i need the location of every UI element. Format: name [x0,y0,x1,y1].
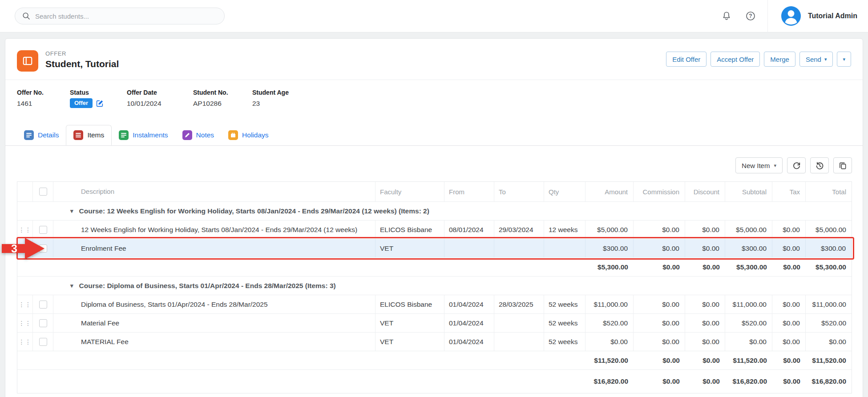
grand-total-row: $16,820.00$0.00$0.00$16,820.00$0.00$16,8… [17,370,852,393]
checkbox-cell [33,333,53,351]
drag-column-header [17,182,33,201]
student-no-link[interactable]: AP10286 [193,100,252,108]
history-button[interactable] [810,157,829,173]
drag-handle-icon[interactable]: ⋮⋮ [19,320,32,326]
collapse-caret-icon[interactable]: ▾ [70,282,73,289]
tab-notes[interactable]: Notes [175,125,222,145]
info-student-age-value: 23 [252,100,289,108]
accept-offer-button[interactable]: Accept Offer [711,52,760,67]
drag-handle-icon[interactable]: ⋮⋮ [19,245,32,252]
history-icon [816,161,824,170]
drag-cell: ⋮⋮ [17,239,33,257]
tab-items[interactable]: Items [66,125,112,145]
send-button[interactable]: Send▾ [799,52,833,67]
group-title: Course: Diploma of Business, Starts 01/A… [79,282,336,290]
group-title: Course: 12 Weeks English for Working Hol… [79,207,429,215]
checkbox-cell [33,314,53,332]
topbar: ? Tutorial Admin [0,0,868,32]
edit-status-icon[interactable] [96,100,104,107]
commission-cell: $0.00 [634,221,685,239]
to-cell [494,314,544,332]
row-checkbox[interactable] [39,245,47,253]
group-tax-total: $0.00 [772,351,806,369]
page-title: Student, Tutorial [45,59,119,69]
duplicate-button[interactable] [833,157,852,173]
status-badge: Offer [70,98,93,108]
drag-handle-icon[interactable]: ⋮⋮ [19,339,32,345]
to-cell [494,333,544,351]
group-title-cell: ▾Course: 12 Weeks English for Working Ho… [53,202,852,220]
description-cell: Diploma of Business, Starts 01/Apr/2024 … [53,295,375,313]
grand-commission-total: $0.00 [634,370,685,393]
grand-subtotal-total: $16,820.00 [725,370,772,393]
column-header-total: Total [806,182,852,201]
row-checkbox[interactable] [39,301,47,309]
commission-cell: $0.00 [634,314,685,332]
checkbox-cell [33,221,53,239]
drag-handle-icon[interactable]: ⋮⋮ [19,227,32,233]
column-header-discount: Discount [685,182,725,201]
svg-text:3: 3 [11,242,17,254]
tab-label: Notes [196,131,214,139]
row-checkbox[interactable] [39,338,47,346]
row-checkbox[interactable] [39,226,47,234]
edit-offer-button[interactable]: Edit Offer [666,52,707,67]
from-cell: 01/04/2024 [444,295,494,313]
group-amount-total: $11,520.00 [585,351,634,369]
to-cell: 29/03/2024 [494,221,544,239]
tab-label: Items [87,131,104,139]
more-actions-button[interactable]: ▾ [837,52,851,67]
commission-cell: $0.00 [634,239,685,257]
group-total-total: $5,300.00 [806,258,852,276]
group-header-row: ▾Course: 12 Weeks English for Working Ho… [17,202,852,221]
search-input-wrap[interactable] [15,8,225,24]
row-checkbox[interactable] [39,319,47,327]
drag-handle-icon[interactable]: ⋮⋮ [19,301,32,308]
faculty-cell: ELICOS Bisbane [375,295,444,313]
user-name: Tutorial Admin [808,12,857,20]
tab-instalments[interactable]: Instalments [112,125,175,145]
total-cell: $11,000.00 [806,295,852,313]
column-header-from: From [444,182,494,201]
total-cell: $300.00 [806,239,852,257]
group-header-row: ▾Course: Diploma of Business, Starts 01/… [17,277,852,295]
tax-cell: $0.00 [772,295,806,313]
description-cell: MATERIAL Fee [53,333,375,351]
item-row[interactable]: ⋮⋮MATERIAL FeeVET01/04/202452 weeks$0.00… [17,333,852,351]
tab-holidays[interactable]: Holidays [221,125,275,145]
item-row[interactable]: ⋮⋮Diploma of Business, Starts 01/Apr/202… [17,295,852,314]
search-icon [22,12,30,20]
drag-cell: ⋮⋮ [17,295,33,313]
column-header-faculty: Faculty [375,182,444,201]
grand-discount-total: $0.00 [685,370,725,393]
collapse-caret-icon[interactable]: ▾ [70,208,73,214]
item-row[interactable]: ⋮⋮Enrolment FeeVET$300.00$0.00$0.00$300.… [17,239,852,258]
avatar [780,5,802,27]
item-row[interactable]: ⋮⋮Material FeeVET01/04/202452 weeks$520.… [17,314,852,333]
select-all-checkbox[interactable] [39,188,47,196]
amount-cell: $5,000.00 [585,221,634,239]
merge-button[interactable]: Merge [764,52,795,67]
amount-cell: $0.00 [585,333,634,351]
search-input[interactable] [35,12,217,20]
grand-leading-space [17,370,585,393]
refresh-button[interactable] [787,157,806,173]
items-icon [73,130,83,140]
tab-label: Instalments [133,131,168,139]
drag-cell: ⋮⋮ [17,314,33,332]
new-item-button[interactable]: New Item▾ [735,157,783,173]
info-offer-no-label: Offer No. [17,89,70,96]
notifications-button[interactable] [721,11,732,21]
description-cell: Material Fee [53,314,375,332]
checkbox-cell [33,295,53,313]
grand-amount-total: $16,820.00 [585,370,634,393]
tab-details[interactable]: Details [17,125,66,145]
qty-cell: 52 weeks [544,333,585,351]
help-button[interactable]: ? [745,11,756,21]
info-student-age: Student Age 23 [252,89,289,108]
item-row[interactable]: ⋮⋮12 Weeks English for Working Holiday, … [17,221,852,239]
user-menu[interactable]: Tutorial Admin [768,5,868,27]
group-subtotal-total: $5,300.00 [725,258,772,276]
chevron-down-icon: ▾ [843,57,845,62]
total-cell: $520.00 [806,314,852,332]
